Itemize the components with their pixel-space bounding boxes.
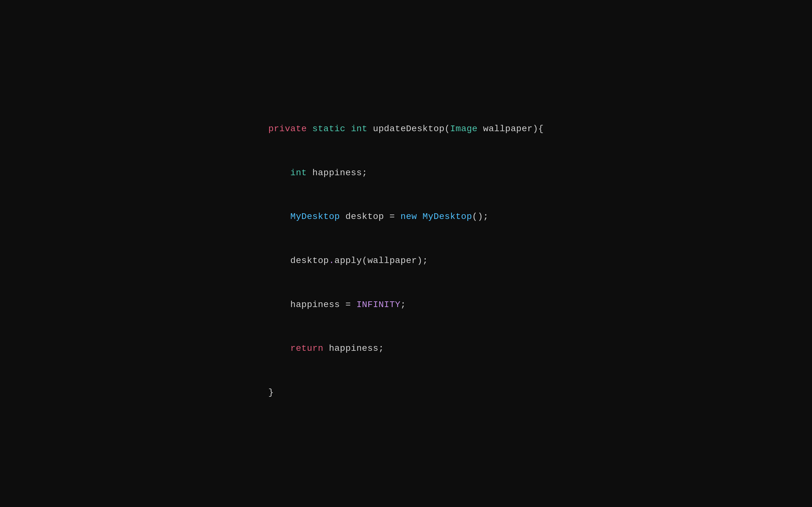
param-wallpaper: wallpaper){ — [478, 124, 544, 134]
class-image: Image — [450, 124, 478, 134]
code-line-2: int happiness; — [268, 166, 544, 180]
code-line-7: } — [268, 385, 544, 400]
desktop-assign: desktop = — [340, 212, 401, 222]
keyword-int-2: int — [290, 168, 307, 178]
code-block: private static int updateDesktop(Image w… — [268, 93, 544, 414]
code-line-3: MyDesktop desktop = new MyDesktop(); — [268, 210, 544, 224]
dot-operator: . — [329, 256, 334, 266]
indent-6 — [268, 343, 290, 353]
desktop-ref: desktop — [290, 256, 329, 266]
keyword-new: new — [401, 212, 417, 222]
closing-brace: } — [268, 388, 274, 397]
keyword-return: return — [290, 343, 323, 353]
code-line-1: private static int updateDesktop(Image w… — [268, 122, 544, 136]
constructor-call: (); — [472, 212, 489, 222]
keyword-static: static — [312, 124, 345, 134]
semicolon-5: ; — [401, 300, 406, 309]
method-name: updateDesktop( — [367, 124, 450, 134]
indent-5 — [268, 300, 290, 309]
code-line-4: desktop.apply(wallpaper); — [268, 253, 544, 268]
code-line-5: happiness = INFINITY; — [268, 297, 544, 312]
indent-3 — [268, 212, 290, 222]
return-value: happiness; — [323, 343, 384, 353]
keyword-private: private — [268, 124, 307, 134]
class-mydesktop-1: MyDesktop — [290, 212, 340, 222]
indent-4 — [268, 256, 290, 266]
space-1 — [307, 124, 312, 134]
happiness-assign: happiness = — [290, 300, 356, 309]
apply-call: apply(wallpaper); — [334, 256, 428, 266]
happiness-decl: happiness; — [307, 168, 367, 178]
class-mydesktop-2: MyDesktop — [422, 212, 472, 222]
keyword-int-1: int — [351, 124, 367, 134]
indent-2 — [268, 168, 290, 178]
space-2 — [345, 124, 351, 134]
code-line-6: return happiness; — [268, 341, 544, 356]
const-infinity: INFINITY — [357, 300, 401, 309]
space-new — [417, 212, 422, 222]
